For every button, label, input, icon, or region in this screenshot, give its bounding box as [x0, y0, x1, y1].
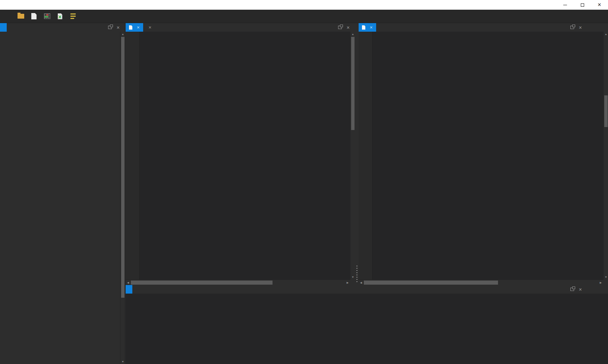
float-panel-icon[interactable]	[108, 26, 112, 29]
scroll-thumb[interactable]	[604, 95, 608, 127]
editor-right-surface	[359, 32, 603, 279]
scroll-down-icon[interactable]	[604, 275, 608, 279]
editor-panel-right	[359, 23, 608, 285]
list-glyph	[70, 13, 76, 19]
explorer-tabbar	[0, 23, 125, 32]
close-panel-icon[interactable]	[347, 24, 350, 31]
close-panel-icon[interactable]	[579, 24, 582, 31]
window-minimize-button[interactable]	[557, 0, 574, 10]
editor-right-gutter	[359, 32, 373, 279]
document-icon	[129, 25, 132, 30]
output-tabbar	[126, 285, 608, 294]
scroll-down-icon[interactable]	[120, 359, 125, 364]
scroll-left-icon[interactable]	[126, 280, 130, 285]
editor-left-gutter	[126, 32, 140, 279]
editor-left-tabbar	[126, 23, 355, 32]
scroll-right-icon[interactable]	[598, 280, 603, 285]
grid-icon[interactable]	[42, 12, 52, 21]
float-panel-icon[interactable]	[570, 288, 574, 291]
close-panel-icon[interactable]	[117, 24, 120, 31]
tab-save[interactable]	[126, 23, 143, 32]
titlebar	[0, 0, 608, 10]
tab-output[interactable]	[126, 285, 132, 294]
app-logo-icon[interactable]	[3, 12, 13, 21]
close-icon	[598, 1, 601, 8]
editor-right-hscroll[interactable]	[359, 279, 603, 285]
script-glyph	[57, 13, 63, 20]
minimize-icon	[563, 5, 567, 5]
close-tab-icon[interactable]	[149, 25, 152, 30]
close-tab-icon[interactable]	[370, 25, 373, 30]
editor-left-vscroll[interactable]	[350, 32, 355, 279]
tab-playerloaded[interactable]	[143, 23, 155, 32]
folder-glyph	[18, 14, 24, 19]
scroll-thumb[interactable]	[121, 37, 125, 298]
output-panel	[126, 285, 608, 364]
scroll-up-icon[interactable]	[120, 32, 125, 37]
script-icon[interactable]	[55, 12, 65, 21]
scroll-thumb[interactable]	[351, 37, 355, 130]
close-panel-icon[interactable]	[579, 286, 582, 293]
trigger-tree[interactable]	[0, 32, 120, 364]
editor-splitter[interactable]	[355, 23, 359, 285]
document-icon	[362, 25, 365, 30]
page-glyph	[31, 13, 37, 19]
editor-left-code[interactable]	[140, 32, 350, 279]
list-icon[interactable]	[68, 12, 78, 21]
grid-glyph	[44, 13, 50, 19]
close-tab-icon[interactable]	[137, 25, 140, 30]
scroll-left-icon[interactable]	[359, 280, 363, 285]
trigger-explorer-panel	[0, 23, 125, 364]
window-maximize-button[interactable]	[574, 0, 591, 10]
scroll-right-icon[interactable]	[345, 280, 350, 285]
scroll-up-icon[interactable]	[604, 32, 608, 37]
tab-trigger-explorer[interactable]	[0, 23, 7, 32]
editor-right-tabbar	[359, 23, 608, 32]
float-panel-icon[interactable]	[570, 26, 574, 29]
new-document-icon[interactable]	[29, 12, 39, 21]
folder-icon[interactable]	[16, 12, 26, 21]
editor-right-code[interactable]	[373, 32, 603, 279]
editor-right-vscroll[interactable]	[603, 32, 608, 279]
window-close-button[interactable]	[591, 0, 608, 10]
float-panel-icon[interactable]	[338, 26, 342, 29]
editor-left-surface	[126, 32, 350, 279]
tab-load[interactable]	[359, 23, 376, 32]
scroll-thumb[interactable]	[131, 281, 273, 285]
toolbar	[0, 10, 608, 23]
scroll-thumb[interactable]	[364, 281, 498, 285]
editor-panel-left	[126, 23, 355, 285]
explorer-vscroll[interactable]	[120, 32, 125, 364]
maximize-icon	[581, 3, 584, 7]
editor-left-hscroll[interactable]	[126, 279, 350, 285]
output-content[interactable]	[126, 294, 608, 364]
